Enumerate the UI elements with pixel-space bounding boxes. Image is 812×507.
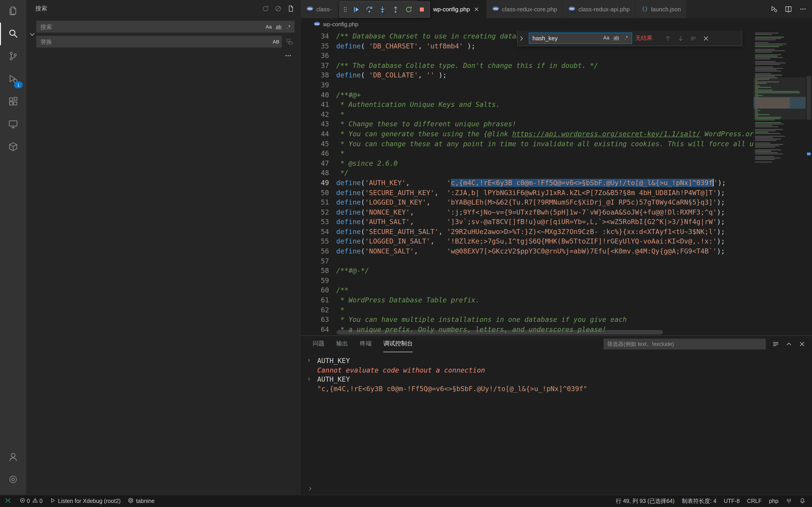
clear-search-results-icon[interactable] — [273, 3, 284, 14]
replace-all-icon[interactable] — [285, 37, 295, 46]
code-line-41[interactable]: 41 * Authentication Unique Keys and Salt… — [301, 100, 754, 110]
code-line-43[interactable]: 43 * Change these to different unique ph… — [301, 120, 754, 129]
sidebar-item-source-control[interactable] — [0, 45, 26, 68]
toggle-replace-chevron-right-icon[interactable] — [517, 31, 526, 46]
preserve-case-toggle[interactable]: AB — [271, 37, 281, 46]
find-in-selection-icon[interactable] — [688, 34, 698, 43]
code-line-61[interactable]: 61 * WordPress Database Table prefix. — [301, 296, 754, 305]
code-line-39[interactable]: 39 — [301, 80, 754, 90]
find-previous-icon[interactable] — [663, 34, 672, 43]
editor-tab-launch.json[interactable]: {}launch.json — [636, 0, 687, 18]
step-out-button[interactable] — [389, 3, 401, 16]
code-line-63[interactable]: 63 * You can have multiple installations… — [301, 315, 754, 325]
sidebar-item-explorer[interactable] — [0, 0, 26, 23]
code-line-57[interactable]: 57 — [301, 257, 754, 266]
step-over-button[interactable] — [363, 3, 375, 16]
clear-console-icon[interactable] — [770, 338, 781, 349]
open-search-editor-icon[interactable] — [286, 3, 296, 14]
debug-console-output[interactable]: AUTH_KEYCannot evaluate code without a c… — [301, 352, 812, 484]
debug-console-input[interactable] — [301, 484, 812, 495]
debug-listen-status[interactable]: Listen for Xdebug (root2) — [46, 495, 124, 507]
close-tab-icon[interactable] — [473, 5, 481, 13]
find-next-icon[interactable] — [676, 34, 685, 43]
find-input[interactable]: hash_key Aa ab .* — [529, 33, 632, 44]
tabnine-status[interactable]: tabnine — [124, 495, 158, 507]
console-row[interactable]: "c,{m4C,!rE<6y3B c0@m-!Ff5Q@=v6<>§bSbF.@… — [301, 384, 812, 394]
code-line-50[interactable]: 50define('SECURE_AUTH_KEY', ':ZJA,b| lPY… — [301, 188, 754, 198]
replace-input[interactable] — [36, 36, 282, 48]
match-case-toggle[interactable]: Aa — [264, 22, 273, 31]
cursor-position-status[interactable]: 行 49, 列 93 (已选择64) — [612, 495, 678, 507]
code-line-52[interactable]: 52define('NONCE_KEY', ':j;9Yf<jNo~v={9=U… — [301, 208, 754, 217]
whole-word-toggle[interactable]: ab — [274, 22, 283, 31]
code-line-55[interactable]: 55define('LOGGED_IN_SALT', '!BZlzKe;>7gS… — [301, 237, 754, 247]
code-line-59[interactable]: 59 — [301, 276, 754, 286]
code-line-60[interactable]: 60/** — [301, 286, 754, 296]
stop-button[interactable] — [415, 3, 428, 16]
code-line-40[interactable]: 40/**#@+ — [301, 90, 754, 100]
indentation-status[interactable]: 制表符长度: 4 — [678, 495, 720, 507]
continue-button[interactable] — [350, 3, 362, 16]
code-editor[interactable]: 34/** Database Charset to use in creatin… — [301, 31, 812, 335]
panel-tab-terminal[interactable]: 终端 — [360, 336, 371, 352]
notifications-status[interactable] — [796, 495, 809, 507]
step-into-button[interactable] — [376, 3, 388, 16]
refresh-icon[interactable] — [260, 3, 271, 14]
minimap[interactable] — [754, 31, 806, 335]
find-whole-word-toggle[interactable]: ab — [612, 34, 621, 43]
console-filter-input[interactable] — [604, 338, 766, 349]
code-line-47[interactable]: 47 * @since 2.6.0 — [301, 159, 754, 168]
code-line-53[interactable]: 53define('AUTH_SALT', ']3v`;sv-@aT8CV[]f… — [301, 218, 754, 227]
code-line-51[interactable]: 51define('LOGGED_IN_KEY', 'bYAB@LEh(M>&6… — [301, 198, 754, 208]
run-or-debug-icon[interactable] — [768, 4, 779, 14]
drag-handle-icon[interactable] — [342, 3, 349, 16]
encoding-status[interactable]: UTF-8 — [720, 495, 743, 507]
language-mode-status[interactable]: php — [765, 495, 782, 507]
find-match-case-toggle[interactable]: Aa — [602, 34, 611, 43]
editor-tab-class-redux-core.php[interactable]: phpclass-redux-core.php — [487, 0, 563, 18]
sidebar-item-containers[interactable] — [0, 136, 26, 159]
close-find-widget-icon[interactable] — [701, 34, 711, 43]
sidebar-item-run-debug[interactable]: 1 — [0, 68, 26, 91]
ports-status[interactable] — [782, 495, 796, 507]
find-regex-toggle[interactable]: .* — [622, 34, 631, 43]
horizontal-scrollbar[interactable] — [337, 330, 663, 335]
eol-status[interactable]: CRLF — [743, 495, 765, 507]
panel-tab-output[interactable]: 输出 — [336, 336, 348, 352]
accounts-button[interactable] — [0, 446, 26, 468]
console-row[interactable]: Cannot evaluate code without a connectio… — [301, 365, 812, 375]
code-line-48[interactable]: 48 */ — [301, 169, 754, 178]
close-panel-icon[interactable] — [797, 338, 807, 349]
panel-tab-problems[interactable]: 问题 — [313, 336, 324, 352]
vertical-scrollbar[interactable] — [806, 31, 812, 335]
code-line-45[interactable]: 45 * You can change these at any point i… — [301, 139, 754, 149]
console-row[interactable]: AUTH_KEY — [301, 356, 812, 365]
toggle-replace-chevron-down-icon[interactable] — [28, 21, 36, 48]
code-line-42[interactable]: 42 * — [301, 110, 754, 120]
code-line-62[interactable]: 62 * — [301, 305, 754, 315]
code-line-46[interactable]: 46 * — [301, 149, 754, 159]
breadcrumb[interactable]: php wp-config.php — [301, 18, 812, 31]
problems-status[interactable]: 0 0 — [16, 495, 46, 507]
restart-button[interactable] — [402, 3, 415, 16]
code-line-37[interactable]: 37/** The Database Collate type. Don't c… — [301, 61, 754, 71]
sidebar-item-extensions[interactable] — [0, 91, 26, 113]
search-input[interactable] — [36, 21, 295, 33]
code-line-54[interactable]: 54define('SECURE_AUTH_SALT', '29R2uHUe2a… — [301, 227, 754, 237]
code-line-38[interactable]: 38define( 'DB_COLLATE', '' ); — [301, 71, 754, 80]
maximize-panel-icon[interactable] — [783, 338, 794, 349]
search-details-ellipsis-icon[interactable] — [283, 50, 294, 61]
panel-tab-debug-console[interactable]: 调试控制台 — [383, 336, 413, 352]
code-line-36[interactable]: 36 — [301, 51, 754, 61]
code-line-44[interactable]: 44 * You can generate these using the {@… — [301, 129, 754, 139]
code-line-58[interactable]: 58/**#@-*/ — [301, 266, 754, 276]
editor-tab-class-redux-api.php[interactable]: phpclass-redux-api.php — [563, 0, 636, 18]
code-line-49[interactable]: 49define('AUTH_KEY', 'c,{m4C,!rE<6y3B c0… — [301, 178, 754, 188]
console-row[interactable]: AUTH_KEY — [301, 375, 812, 384]
sidebar-item-remote-explorer[interactable] — [0, 113, 26, 136]
split-editor-icon[interactable] — [783, 4, 794, 14]
more-actions-icon[interactable] — [798, 4, 808, 14]
remote-indicator[interactable] — [0, 495, 16, 507]
settings-button[interactable] — [0, 468, 26, 491]
regex-toggle[interactable]: .* — [284, 22, 293, 31]
